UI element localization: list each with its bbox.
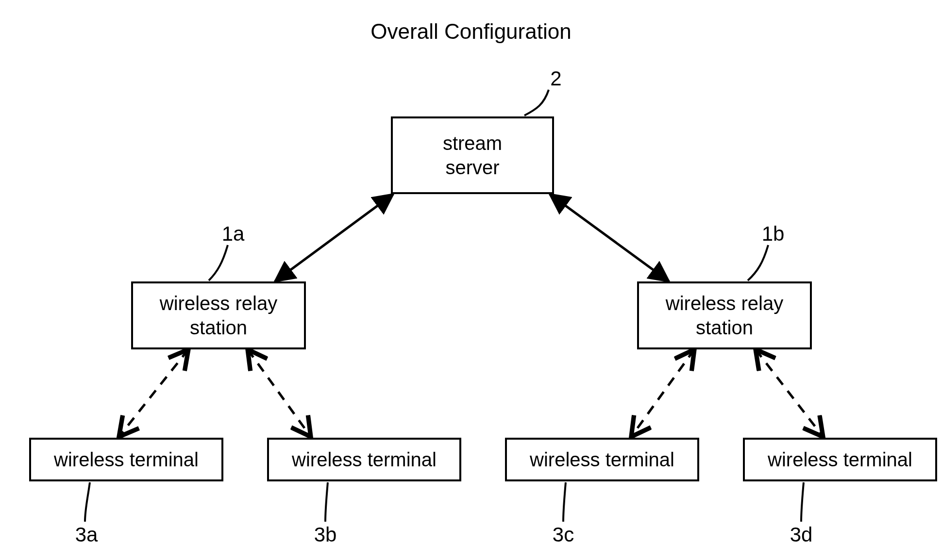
leader-server xyxy=(524,90,549,115)
label-server: 2 xyxy=(541,67,571,90)
node-term-d-text: wireless terminal xyxy=(768,447,912,472)
leader-term-d xyxy=(801,482,804,522)
edge-server-relay-b xyxy=(550,194,669,281)
label-relay-a: 1a xyxy=(214,222,252,246)
leader-relay-a xyxy=(209,245,228,280)
node-term-b: wireless terminal xyxy=(267,438,461,481)
node-relay-a: wireless relay station xyxy=(131,281,306,349)
node-relay-b-text: wireless relay station xyxy=(666,291,783,340)
label-term-c: 3c xyxy=(549,523,578,546)
edge-relay-a-term-a xyxy=(119,349,188,437)
edge-relay-a-term-b xyxy=(248,349,311,437)
leader-term-c xyxy=(563,482,566,522)
node-term-c-text: wireless terminal xyxy=(530,447,674,472)
edge-relay-b-term-c xyxy=(631,349,694,437)
label-term-b: 3b xyxy=(311,523,340,546)
label-term-d: 3d xyxy=(787,523,816,546)
node-relay-a-text: wireless relay station xyxy=(160,291,277,340)
node-term-b-text: wireless terminal xyxy=(292,447,437,472)
node-stream-server: stream server xyxy=(391,116,554,194)
leader-term-a xyxy=(85,482,90,522)
leader-relay-b xyxy=(748,245,768,280)
node-stream-server-text: stream server xyxy=(443,131,502,180)
edge-relay-b-term-d xyxy=(756,349,823,437)
node-term-c: wireless terminal xyxy=(505,438,699,481)
edge-server-relay-a xyxy=(275,194,393,281)
diagram-stage: Overall Configuration stream server 2 wi… xyxy=(0,0,942,560)
label-relay-b: 1b xyxy=(754,222,792,246)
node-term-a-text: wireless terminal xyxy=(54,447,199,472)
label-term-a: 3a xyxy=(72,523,101,546)
node-relay-b: wireless relay station xyxy=(637,281,812,349)
node-term-d: wireless terminal xyxy=(743,438,937,481)
node-term-a: wireless terminal xyxy=(29,438,223,481)
diagram-title: Overall Configuration xyxy=(0,19,942,44)
leader-term-b xyxy=(325,482,328,522)
